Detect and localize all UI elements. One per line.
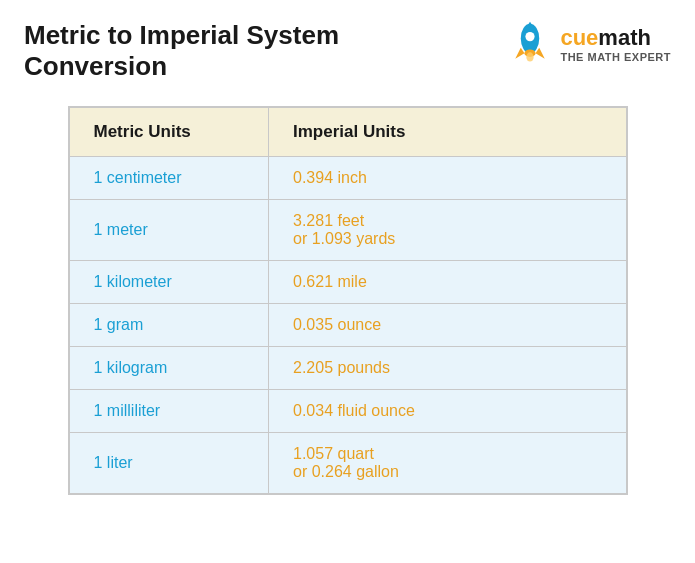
header: Metric to Imperial System Conversion <box>24 20 671 82</box>
logo-tagline: THE MATH EXPERT <box>560 51 671 63</box>
metric-cell: 1 liter <box>69 433 269 495</box>
metric-cell: 1 milliliter <box>69 390 269 433</box>
table-row: 1 milliliter0.034 fluid ounce <box>69 390 627 433</box>
table-wrapper: Metric Units Imperial Units 1 centimeter… <box>24 106 671 495</box>
table-header-row: Metric Units Imperial Units <box>69 107 627 157</box>
metric-cell: 1 kilogram <box>69 347 269 390</box>
metric-cell: 1 kilometer <box>69 261 269 304</box>
metric-cell: 1 centimeter <box>69 157 269 200</box>
cue-text: cue <box>560 25 598 50</box>
imperial-cell: 0.035 ounce <box>269 304 627 347</box>
svg-marker-4 <box>536 48 545 59</box>
svg-point-6 <box>527 52 534 61</box>
imperial-cell: 1.057 quartor 0.264 gallon <box>269 433 627 495</box>
imperial-cell: 0.034 fluid ounce <box>269 390 627 433</box>
imperial-cell: 0.621 mile <box>269 261 627 304</box>
metric-cell: 1 meter <box>69 200 269 261</box>
math-text: math <box>598 25 651 50</box>
table-row: 1 liter1.057 quartor 0.264 gallon <box>69 433 627 495</box>
imperial-cell: 0.394 inch <box>269 157 627 200</box>
conversion-table: Metric Units Imperial Units 1 centimeter… <box>68 106 628 495</box>
imperial-cell: 3.281 feetor 1.093 yards <box>269 200 627 261</box>
page-container: Metric to Imperial System Conversion <box>0 0 695 563</box>
rocket-icon <box>508 20 552 68</box>
table-row: 1 meter3.281 feetor 1.093 yards <box>69 200 627 261</box>
metric-units-header: Metric Units <box>69 107 269 157</box>
table-row: 1 kilometer0.621 mile <box>69 261 627 304</box>
page-title: Metric to Imperial System Conversion <box>24 20 339 82</box>
svg-point-2 <box>526 32 535 41</box>
table-row: 1 kilogram2.205 pounds <box>69 347 627 390</box>
logo-text: cuemath THE MATH EXPERT <box>560 25 671 63</box>
table-row: 1 gram0.035 ounce <box>69 304 627 347</box>
cuemath-logo: cuemath <box>560 25 671 51</box>
metric-cell: 1 gram <box>69 304 269 347</box>
table-row: 1 centimeter0.394 inch <box>69 157 627 200</box>
imperial-cell: 2.205 pounds <box>269 347 627 390</box>
logo-area: cuemath THE MATH EXPERT <box>508 20 671 68</box>
svg-marker-3 <box>516 48 525 59</box>
imperial-units-header: Imperial Units <box>269 107 627 157</box>
